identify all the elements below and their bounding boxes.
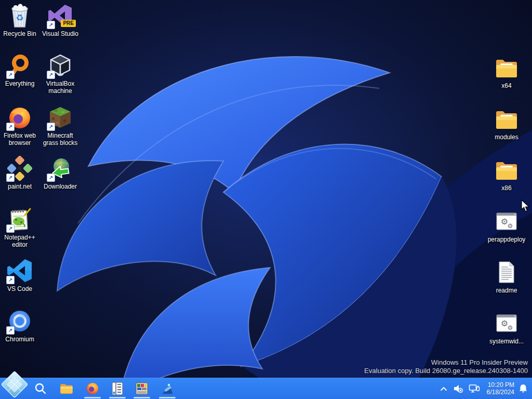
folder-icon	[494, 55, 519, 80]
desktop-icon-virtualbox[interactable]: ↗ VirtualBox machine	[41, 53, 80, 95]
desktop-icon-label: readme	[487, 287, 526, 294]
vscode-icon: ↗	[7, 258, 32, 283]
magic-wand-app-icon	[160, 381, 175, 396]
svg-text:⚙: ⚙	[508, 222, 513, 230]
taskbar-legacy-app-button[interactable]	[130, 378, 153, 399]
shortcut-arrow-icon: ↗	[6, 276, 15, 284]
notification-center-button[interactable]	[517, 383, 532, 394]
shortcut-arrow-icon: ↗	[47, 174, 55, 182]
firefox-icon: ↗	[7, 105, 32, 130]
desktop-icon-label: systemwid...	[487, 338, 526, 345]
windows-desktop: { "colors": { "taskbar": "#2e7bf0", "acc…	[0, 0, 532, 399]
gear-window-icon: ⚙ ⚙	[494, 311, 519, 336]
preview-badge: PRE	[61, 20, 76, 27]
shortcut-arrow-icon: ↗	[6, 326, 15, 335]
gear-window-icon: ⚙ ⚙	[494, 209, 519, 234]
desktop-icon-label: Chromium	[0, 336, 39, 343]
taskbar: 10:20 PM 6/18/2024	[0, 378, 532, 399]
notification-bell-icon	[518, 383, 528, 394]
desktop-icon-label: Minecraft grass blocks	[41, 132, 80, 147]
everything-search-icon: ↗	[7, 53, 32, 78]
visual-studio-icon: ↗ PRE	[48, 3, 73, 28]
desktop-icon-idm[interactable]: ↗ Downloader	[41, 156, 80, 190]
running-indicator	[84, 397, 101, 398]
insider-watermark: Windows 11 Pro Insider Preview Evaluatio…	[364, 358, 528, 375]
chromium-icon: ↗	[7, 309, 32, 334]
desktop-icon-systemwide[interactable]: ⚙ ⚙ systemwid...	[487, 311, 526, 345]
paint-dot-net-icon: ↗	[7, 156, 32, 181]
search-icon	[34, 382, 47, 395]
desktop-icon-chromium[interactable]: ↗ Chromium	[0, 309, 39, 343]
running-indicator	[134, 397, 150, 398]
desktop-icon-label: VirtualBox machine	[41, 80, 80, 95]
desktop-icon-label: Downloader	[41, 183, 80, 190]
volume-button[interactable]	[450, 383, 466, 394]
running-indicator	[159, 397, 176, 398]
taskbar-file-explorer-button[interactable]	[55, 378, 78, 399]
desktop-icon-visual-studio[interactable]: ↗ PRE Visual Studio	[41, 3, 80, 37]
notepad-plus-plus-icon: ↗	[7, 207, 32, 232]
tray-date: 6/18/2024	[487, 389, 514, 396]
desktop-icon-folder-modules[interactable]: modules	[487, 107, 526, 141]
taskbar-firefox-button[interactable]	[81, 378, 104, 399]
tray-time: 10:20 PM	[487, 381, 514, 389]
desktop-icon-label: paint.net	[0, 183, 39, 190]
shortcut-arrow-icon: ↗	[47, 71, 55, 79]
desktop-icon-folder-x86[interactable]: x86	[487, 157, 526, 192]
shortcut-arrow-icon: ↗	[6, 123, 15, 131]
file-explorer-icon	[59, 381, 74, 396]
taskbar-search-button[interactable]	[29, 378, 52, 399]
desktop-icon-label: Recycle Bin	[0, 30, 39, 37]
folder-icon	[494, 157, 519, 182]
desktop-icon-folder-x64[interactable]: x64	[487, 55, 526, 89]
desktop-icon-label: modules	[487, 134, 526, 141]
idm-icon: ↗	[48, 156, 73, 181]
svg-text:⚙: ⚙	[508, 324, 513, 331]
system-tray: 10:20 PM 6/18/2024	[437, 378, 532, 399]
desktop-icon-label: Firefox web browser	[0, 132, 39, 147]
running-indicator	[109, 397, 126, 398]
tray-clock[interactable]: 10:20 PM 6/18/2024	[487, 381, 514, 396]
firefox-icon	[85, 381, 100, 396]
taskbar-ledger-app-button[interactable]	[106, 378, 129, 399]
desktop-icon-readme[interactable]: readme	[487, 260, 526, 294]
desktop-icon-label: VS Code	[0, 285, 39, 292]
minecraft-icon: ↗	[48, 105, 73, 130]
shortcut-arrow-icon: ↗	[6, 174, 15, 182]
ledger-book-icon	[111, 381, 124, 396]
shortcut-arrow-icon: ↗	[47, 21, 55, 29]
desktop-icon-everything[interactable]: ↗ Everything	[0, 53, 39, 87]
desktop-icon-label: x64	[487, 82, 526, 89]
desktop-icon-label: x86	[487, 184, 526, 192]
recycle-bin-icon: ♻	[7, 3, 32, 28]
chevron-up-icon	[440, 386, 447, 391]
legacy-pixel-app-icon	[135, 382, 149, 395]
network-button[interactable]	[466, 383, 483, 394]
svg-text:♻: ♻	[16, 12, 23, 23]
folder-icon	[494, 107, 519, 131]
desktop-icon-minecraft[interactable]: ↗ Minecraft grass blocks	[41, 105, 80, 147]
desktop-icon-vscode[interactable]: ↗ VS Code	[0, 258, 39, 292]
desktop-icon-recycle-bin[interactable]: ♻ Recycle Bin	[0, 3, 39, 37]
desktop-icon-firefox[interactable]: ↗ Firefox web browser	[0, 105, 39, 147]
watermark-line2: Evaluation copy. Build 26080.ge_release.…	[364, 367, 528, 375]
virtualbox-icon: ↗	[48, 53, 73, 78]
shortcut-arrow-icon: ↗	[6, 224, 15, 233]
desktop-icon-paint-dot-net[interactable]: ↗ paint.net	[0, 156, 39, 190]
shortcut-arrow-icon: ↗	[6, 71, 15, 79]
taskbar-wand-app-button[interactable]	[156, 378, 179, 399]
tray-overflow-button[interactable]	[437, 386, 450, 391]
start-button[interactable]	[0, 370, 29, 399]
desktop-icon-label: perappdeploy	[487, 236, 526, 243]
desktop-icon-label: Visual Studio	[41, 30, 80, 37]
mouse-cursor	[521, 200, 530, 215]
volume-muted-icon	[453, 383, 463, 394]
watermark-line1: Windows 11 Pro Insider Preview	[364, 358, 528, 367]
text-document-icon	[494, 260, 519, 285]
desktop-icon-label: Notepad++ editor	[0, 234, 39, 248]
desktop-icon-label: Everything	[0, 80, 39, 87]
network-ethernet-icon	[469, 383, 480, 394]
start-crystal-icon	[2, 371, 28, 398]
desktop-icon-notepad-plus-plus[interactable]: ↗ Notepad++ editor	[0, 207, 39, 248]
shortcut-arrow-icon: ↗	[47, 123, 55, 131]
